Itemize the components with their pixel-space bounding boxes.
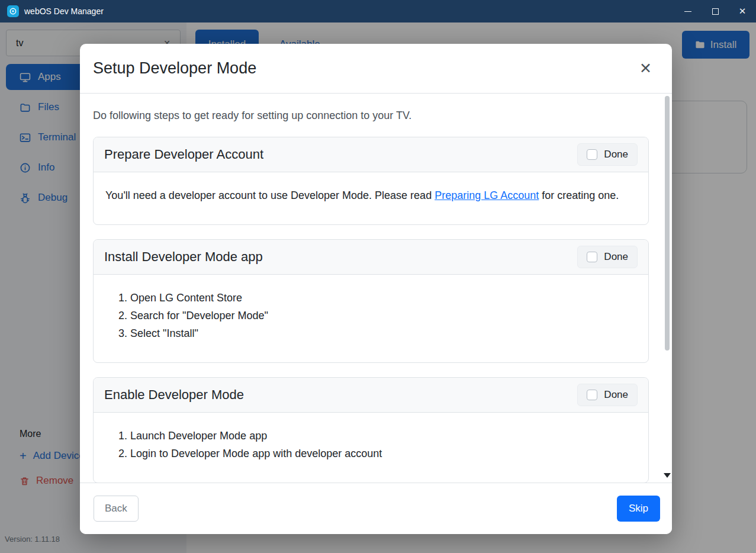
preparing-lg-account-link[interactable]: Preparing LG Account bbox=[435, 189, 539, 201]
done-checkbox[interactable] bbox=[587, 149, 597, 160]
scrollbar-thumb[interactable] bbox=[665, 96, 670, 351]
app-logo-icon bbox=[7, 5, 19, 17]
done-label: Done bbox=[604, 389, 628, 401]
done-button[interactable]: Done bbox=[577, 246, 638, 268]
done-label: Done bbox=[604, 251, 628, 263]
minimize-button[interactable] bbox=[674, 0, 702, 22]
card-text: You'll need a developer account to use D… bbox=[105, 189, 435, 201]
card-header: Prepare Developer Account Done bbox=[94, 137, 648, 172]
done-checkbox[interactable] bbox=[587, 252, 597, 262]
modal-header: Setup Developer Mode ✕ bbox=[80, 44, 672, 94]
done-label: Done bbox=[604, 149, 628, 160]
maximize-icon bbox=[712, 8, 719, 15]
skip-button[interactable]: Skip bbox=[617, 496, 660, 522]
steps-list: Launch Developer Mode app Login to Devel… bbox=[105, 427, 636, 462]
card-title: Install Developer Mode app bbox=[104, 249, 263, 265]
card-body: You'll need a developer account to use D… bbox=[94, 172, 648, 224]
setup-developer-mode-dialog: Setup Developer Mode ✕ Do following step… bbox=[80, 44, 672, 534]
done-button[interactable]: Done bbox=[577, 143, 638, 166]
modal-body: Do following steps to get ready for sett… bbox=[80, 94, 672, 483]
app-window: webOS Dev Manager ✕ tv ✕ Apps Files bbox=[0, 0, 756, 22]
back-button[interactable]: Back bbox=[94, 496, 139, 522]
card-title: Enable Developer Mode bbox=[104, 387, 244, 403]
step-card-install-devmode-app: Install Developer Mode app Done Open LG … bbox=[93, 239, 649, 363]
modal-title: Setup Developer Mode bbox=[93, 59, 256, 78]
card-title: Prepare Developer Account bbox=[104, 147, 263, 162]
steps-list: Open LG Content Store Search for "Develo… bbox=[105, 289, 636, 342]
modal-footer: Back Skip bbox=[80, 483, 672, 534]
window-controls: ✕ bbox=[674, 0, 756, 22]
step-item: Open LG Content Store bbox=[130, 289, 636, 307]
app-title: webOS Dev Manager bbox=[24, 7, 104, 16]
card-body: Open LG Content Store Search for "Develo… bbox=[94, 275, 648, 362]
close-window-button[interactable]: ✕ bbox=[729, 0, 756, 22]
done-checkbox[interactable] bbox=[587, 390, 597, 400]
card-header: Enable Developer Mode Done bbox=[94, 378, 648, 413]
step-card-prepare-account: Prepare Developer Account Done You'll ne… bbox=[93, 137, 649, 225]
done-button[interactable]: Done bbox=[577, 384, 638, 406]
card-body: Launch Developer Mode app Login to Devel… bbox=[94, 413, 648, 483]
titlebar: webOS Dev Manager ✕ bbox=[0, 0, 756, 22]
minimize-icon bbox=[684, 11, 691, 12]
step-item: Select "Install" bbox=[130, 324, 636, 342]
modal-scrollbar[interactable] bbox=[664, 96, 670, 478]
close-icon[interactable]: ✕ bbox=[637, 59, 654, 78]
maximize-button[interactable] bbox=[702, 0, 729, 22]
step-item: Launch Developer Mode app bbox=[130, 427, 636, 445]
step-item: Search for "Developer Mode" bbox=[130, 307, 636, 324]
step-card-enable-devmode: Enable Developer Mode Done Launch Develo… bbox=[93, 377, 649, 483]
card-text: for creating one. bbox=[539, 189, 619, 201]
step-item: Login to Developer Mode app with develop… bbox=[130, 445, 636, 462]
modal-intro-text: Do following steps to get ready for sett… bbox=[93, 108, 649, 124]
scroll-down-icon[interactable] bbox=[664, 473, 671, 478]
card-header: Install Developer Mode app Done bbox=[94, 240, 648, 275]
